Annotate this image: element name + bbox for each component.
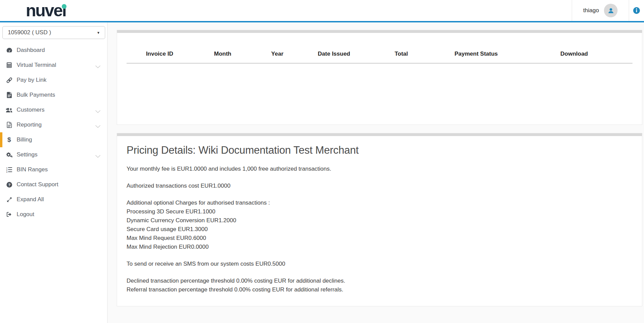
tachometer-icon — [6, 47, 13, 54]
pricing-text-line: To send or receive an SMS from our syste… — [127, 260, 632, 268]
calculator-icon — [6, 62, 13, 68]
pricing-text-line: Secure Card usage EUR1.3000 — [127, 225, 632, 234]
pricing-text-line: Dynamic Currency Conversion EUR1.2000 — [127, 216, 632, 225]
link-icon — [6, 77, 13, 83]
sidebar-item-label: Billing — [17, 136, 32, 143]
chevron-down-icon — [95, 153, 101, 160]
chevron-down-icon — [95, 63, 101, 70]
user-icon — [607, 7, 615, 15]
sidebar-item-customers[interactable]: Customers — [0, 102, 107, 117]
user-name: thiago — [583, 7, 599, 14]
pricing-text-line: Processing 3D Secure EUR1.1000 — [127, 207, 632, 216]
pricing-paragraph: Additional optional Charges for authoris… — [127, 198, 632, 251]
top-header: nuveı thiago — [0, 0, 644, 22]
pricing-text-line: Referral transaction percentage threshol… — [127, 285, 632, 294]
sidebar-item-contact-support[interactable]: ? Contact Support — [0, 177, 107, 192]
sidebar-item-label: Logout — [17, 211, 34, 218]
sidebar-item-settings[interactable]: Settings — [0, 147, 107, 162]
column-header-date-issued: Date Issued — [302, 33, 366, 63]
svg-text:3: 3 — [6, 171, 7, 173]
sidebar-item-expand-all[interactable]: Expand All — [0, 192, 107, 207]
sidebar-item-label: Expand All — [17, 196, 44, 203]
column-header-download: Download — [516, 33, 632, 63]
pricing-text-line: Max Mind Rejection EUR0.0000 — [127, 243, 632, 251]
user-menu[interactable]: thiago — [572, 0, 629, 21]
invoices-table: Invoice ID Month Year Date Issued Total … — [127, 33, 632, 64]
header-right-section: thiago — [572, 0, 644, 21]
svg-text:1: 1 — [6, 167, 7, 169]
logo-i-with-teal-dot: ı — [62, 1, 66, 20]
nuvei-logo[interactable]: nuveı — [26, 0, 66, 21]
expand-arrows-icon — [6, 197, 13, 203]
pricing-text-line: Max Mind Request EUR0.6000 — [127, 234, 632, 243]
column-header-invoice-id: Invoice ID — [127, 33, 193, 63]
info-circle-icon — [633, 7, 640, 14]
file-alt-icon — [6, 122, 13, 128]
main-content: Invoice ID Month Year Date Issued Total … — [108, 22, 644, 323]
pricing-text-line: Authorized transactions cost EUR1.0000 — [127, 182, 632, 190]
chevron-down-icon — [95, 108, 101, 115]
column-header-payment-status: Payment Status — [436, 33, 516, 63]
chevron-down-icon — [95, 123, 101, 130]
column-header-month: Month — [193, 33, 253, 63]
sidebar-nav: Dashboard Virtual Terminal — [0, 43, 107, 222]
pricing-paragraph: To send or receive an SMS from our syste… — [127, 260, 632, 268]
svg-text:2: 2 — [6, 169, 7, 171]
pricing-title: Pricing Details: Wiki Documentation Test… — [127, 144, 632, 156]
invoices-panel: Invoice ID Month Year Date Issued Total … — [117, 30, 642, 125]
dollar-icon: $ — [6, 137, 13, 143]
sign-out-icon — [6, 211, 13, 217]
pricing-paragraph: Declined transaction percentage threshol… — [127, 277, 632, 294]
sidebar-item-label: Pay by Link — [17, 77, 46, 83]
sidebar-item-logout[interactable]: Logout — [0, 207, 107, 222]
sidebar-item-billing[interactable]: $ Billing — [0, 132, 107, 147]
pricing-paragraph: Authorized transactions cost EUR1.0000 — [127, 182, 632, 190]
svg-text:?: ? — [8, 183, 11, 187]
sidebar-item-label: BIN Ranges — [17, 166, 48, 173]
sidebar-item-label: Reporting — [17, 121, 42, 128]
question-circle-icon: ? — [6, 182, 13, 188]
invoices-header-row: Invoice ID Month Year Date Issued Total … — [127, 33, 632, 63]
pricing-text-line: Your monthly fee is EUR1.0000 and includ… — [127, 165, 632, 173]
pricing-text-line: Declined transaction percentage threshol… — [127, 277, 632, 285]
file-invoice-icon — [6, 92, 13, 98]
panel-top-bar — [117, 30, 642, 33]
sidebar: 1059002 ( USD ) ▼ Dashboard — [0, 22, 108, 323]
sidebar-item-label: Bulk Payments — [17, 92, 55, 98]
panel-top-bar — [117, 133, 642, 136]
users-icon — [6, 107, 13, 113]
sidebar-item-label: Dashboard — [17, 47, 45, 54]
info-button[interactable] — [629, 0, 644, 21]
column-header-total: Total — [366, 33, 436, 63]
column-header-year: Year — [253, 33, 302, 63]
list-ol-icon: 1 2 3 — [6, 167, 13, 173]
sidebar-item-dashboard[interactable]: Dashboard — [0, 43, 107, 58]
logo-text: nuve — [26, 1, 62, 20]
pricing-panel: Pricing Details: Wiki Documentation Test… — [117, 133, 642, 306]
caret-down-icon: ▼ — [97, 31, 100, 35]
sidebar-item-bulk-payments[interactable]: Bulk Payments — [0, 88, 107, 102]
sidebar-item-label: Virtual Terminal — [17, 62, 56, 69]
sidebar-item-reporting[interactable]: Reporting — [0, 117, 107, 132]
merchant-select[interactable]: 1059002 ( USD ) ▼ — [2, 26, 105, 39]
merchant-select-value: 1059002 ( USD ) — [8, 29, 51, 36]
sidebar-item-virtual-terminal[interactable]: Virtual Terminal — [0, 58, 107, 73]
sidebar-item-pay-by-link[interactable]: Pay by Link — [0, 73, 107, 88]
pricing-text-line: Additional optional Charges for authoris… — [127, 198, 632, 207]
sidebar-item-bin-ranges[interactable]: 1 2 3 BIN Ranges — [0, 162, 107, 177]
sidebar-item-label: Contact Support — [17, 181, 58, 188]
pricing-paragraph: Your monthly fee is EUR1.0000 and includ… — [127, 165, 632, 173]
cogs-icon — [6, 152, 13, 158]
sidebar-item-label: Settings — [17, 151, 37, 158]
sidebar-item-label: Customers — [17, 107, 44, 113]
avatar — [604, 4, 618, 17]
